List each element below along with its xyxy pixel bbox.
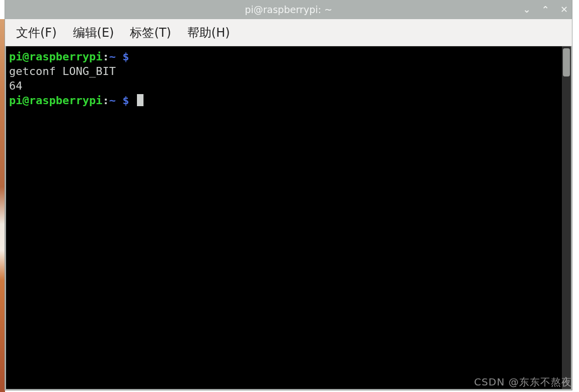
- terminal-line: 64: [9, 79, 558, 93]
- scrollbar-thumb[interactable]: [563, 48, 570, 76]
- window-title: pi@raspberrypi: ~: [245, 4, 332, 15]
- terminal-line: pi@raspberrypi:~ $: [9, 93, 558, 108]
- terminal-area: pi@raspberrypi:~ $ getconf LONG_BIT64pi@…: [5, 46, 572, 390]
- terminal-line: pi@raspberrypi:~ $: [9, 49, 558, 64]
- terminal-line: getconf LONG_BIT: [9, 64, 558, 79]
- menu-tabs[interactable]: 标签(T): [122, 21, 179, 45]
- menu-edit[interactable]: 编辑(E): [65, 21, 122, 45]
- menubar: 文件(F) 编辑(E) 标签(T) 帮助(H): [5, 19, 572, 46]
- window-titlebar[interactable]: pi@raspberrypi: ~ ⌄ ⌃ ✕: [5, 0, 572, 19]
- minimize-icon[interactable]: ⌄: [523, 5, 531, 14]
- menu-help[interactable]: 帮助(H): [179, 21, 238, 45]
- terminal-output[interactable]: pi@raspberrypi:~ $ getconf LONG_BIT64pi@…: [6, 46, 562, 389]
- close-icon[interactable]: ✕: [560, 5, 568, 14]
- terminal-cursor: [137, 94, 143, 106]
- terminal-window: pi@raspberrypi: ~ ⌄ ⌃ ✕ 文件(F) 编辑(E) 标签(T…: [5, 0, 572, 390]
- window-controls: ⌄ ⌃ ✕: [523, 5, 568, 14]
- menu-file[interactable]: 文件(F): [8, 21, 65, 45]
- scrollbar[interactable]: [562, 46, 571, 389]
- desktop-background-strip: [0, 19, 5, 392]
- maximize-icon[interactable]: ⌃: [542, 5, 549, 14]
